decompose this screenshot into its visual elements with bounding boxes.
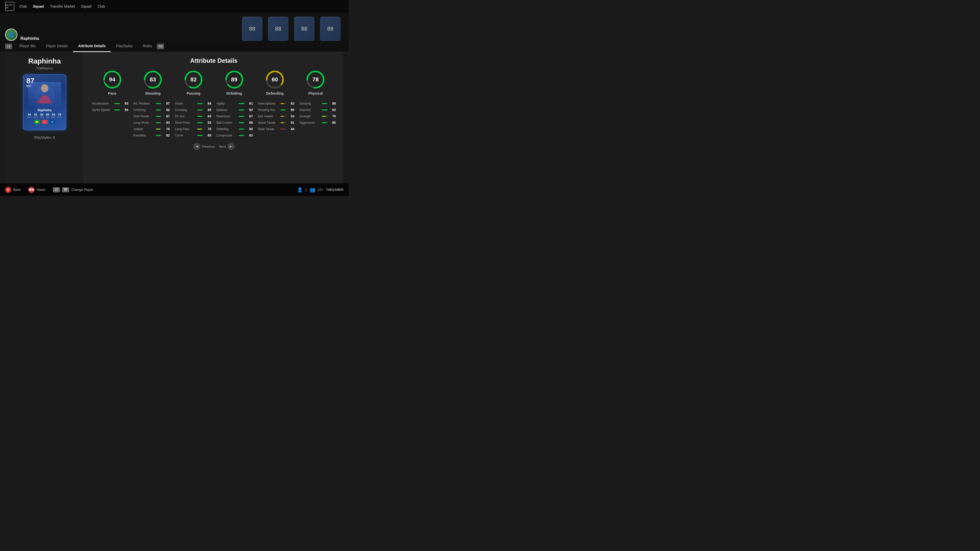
attr-bar-fill	[280, 110, 285, 110]
attr-row: Shot Power87	[134, 114, 170, 118]
attr-bar-fill	[280, 129, 283, 130]
tab-attribute-details[interactable]: Attribute Details	[73, 41, 111, 52]
attr-row: Stand Tackle61	[258, 121, 294, 124]
attr-value: 91	[247, 102, 253, 105]
dribbling-circle: 89	[224, 69, 245, 90]
shooting-label: Shooting	[145, 91, 161, 95]
attr-value: 85	[288, 108, 294, 112]
attr-value: 88	[330, 102, 336, 105]
attr-bar-container	[239, 116, 245, 117]
attr-bar-container	[280, 122, 286, 123]
attr-row: Dribbling90	[216, 127, 253, 131]
attr-col-defending: Interceptions62Heading Acc.85Def. Aware5…	[258, 102, 294, 140]
attr-value: 92	[330, 108, 336, 112]
attr-row: Vision84	[175, 102, 211, 105]
attr-bar-fill	[239, 110, 244, 110]
attr-value: 83	[205, 114, 211, 118]
fifa-card: 87 RW Raphinha 94 PAC	[23, 74, 66, 130]
attr-value: 87	[164, 114, 170, 118]
attr-bar-container	[115, 110, 120, 110]
flag-brazil	[34, 120, 40, 124]
nav-squad2[interactable]: Squad	[81, 4, 91, 8]
tab-playstyles[interactable]: PlayStyles	[111, 41, 138, 52]
next-button[interactable]: Next ▶	[219, 143, 234, 150]
lt-button: LT	[53, 187, 60, 192]
attr-row: Long Pass78	[175, 127, 211, 131]
mini-card-1: 88	[242, 17, 262, 41]
defending-circle: 60	[265, 69, 285, 90]
physical-circle: 78	[305, 69, 326, 90]
attr-bar-container	[197, 110, 203, 110]
change-player-button[interactable]: LT RT Change Player	[53, 187, 93, 192]
attr-name: FK Acc.	[175, 114, 195, 118]
attr-value: 82	[164, 108, 170, 112]
views-button[interactable]: ◀R▶ Views	[28, 187, 45, 193]
player-name-top: Raphinha	[21, 36, 39, 41]
attr-value: 93	[122, 102, 128, 105]
attr-name: Long Shots	[134, 121, 154, 124]
tab-player-details[interactable]: Player Details	[41, 41, 73, 52]
attr-bar-fill	[322, 103, 327, 104]
tabs-bar: LB Player Bio Player Details Attribute D…	[0, 41, 348, 52]
nav-club[interactable]: Club	[19, 4, 27, 8]
attr-bar-fill	[156, 135, 161, 136]
attr-value: 87	[164, 102, 170, 105]
card-stat-dri: 89 DRI	[46, 113, 49, 118]
attr-name: Short Pass	[175, 121, 195, 124]
attr-bar-container	[239, 135, 245, 136]
nav-transfer[interactable]: Transfer Market	[50, 4, 75, 8]
b-button-icon: B	[5, 187, 11, 193]
back-label: Back	[13, 188, 21, 192]
nav-club2[interactable]: Club	[97, 4, 105, 8]
attr-name: Finishing	[134, 108, 154, 112]
attr-row: Sprint Speed94	[92, 108, 128, 112]
attr-bar-container	[322, 110, 328, 110]
attr-bar-container	[156, 129, 162, 130]
attr-name: Sprint Speed	[92, 108, 112, 112]
attr-value: 84	[205, 102, 211, 105]
tab-roles[interactable]: Roles	[138, 41, 157, 52]
card-stat-sho: 83 SHO	[33, 113, 38, 118]
attr-bar-container	[239, 122, 245, 123]
attr-bar-fill	[156, 129, 160, 130]
attr-bar-fill	[239, 122, 244, 123]
attr-value: 82	[164, 133, 170, 137]
card-flags: L B	[34, 120, 55, 124]
attr-value: 94	[122, 108, 128, 112]
attr-row: Stamina92	[299, 108, 336, 112]
attr-bar-fill	[197, 116, 202, 117]
shooting-circle: 83	[143, 69, 163, 90]
attr-row: Finishing82	[134, 108, 170, 112]
attr-row: Jumping88	[299, 102, 336, 105]
attribute-details-title: Attribute Details	[92, 57, 336, 64]
attr-row: Agility91	[216, 102, 253, 105]
attr-bar-fill	[239, 129, 244, 130]
attr-bar-fill	[322, 110, 327, 110]
attr-col-passing: Vision84Crossing84FK Acc.83Short Pass82L…	[175, 102, 211, 140]
attr-bar-container	[197, 122, 203, 123]
tab-player-bio[interactable]: Player Bio	[14, 41, 41, 52]
attr-row: Ball Control88	[216, 121, 253, 124]
next-label: Next	[219, 144, 226, 148]
main-content: Raphinha Trailblazers 87 RW Rap	[0, 52, 348, 183]
attr-name: Def. Aware	[258, 114, 278, 118]
attr-name: Crossing	[175, 108, 195, 112]
app-logo: EA FC 25	[5, 2, 14, 11]
prev-label: Previous	[202, 144, 215, 148]
tg-logo: THEGAMER	[326, 188, 344, 192]
left-panel: Raphinha Trailblazers 87 RW Rap	[5, 52, 84, 183]
attr-name: Balance	[216, 108, 237, 112]
attr-name: Aggression	[299, 121, 320, 124]
nav-squad[interactable]: Squad	[33, 4, 44, 8]
attr-name: Heading Acc.	[258, 108, 278, 112]
attr-value: 83	[164, 121, 170, 124]
back-button[interactable]: B Back	[5, 187, 21, 193]
attr-bar-container	[239, 110, 245, 110]
attr-name: Agility	[216, 102, 237, 105]
mini-card-3: 88	[294, 17, 314, 41]
attr-bar-fill	[115, 103, 120, 104]
prev-button[interactable]: ◀ Previous	[193, 143, 215, 150]
passing-circle: 82	[183, 69, 204, 90]
attr-bar-fill	[197, 129, 202, 130]
dribbling-label: Dribbling	[226, 91, 242, 95]
